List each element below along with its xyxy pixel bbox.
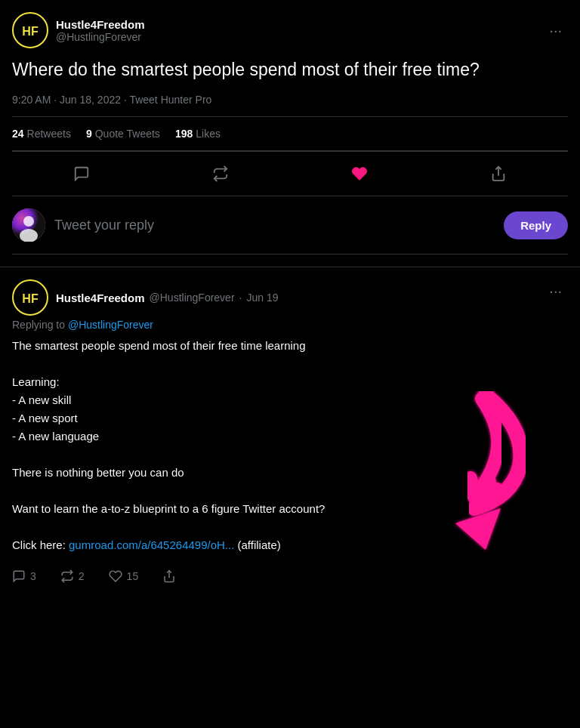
avatar[interactable]: HF	[12, 12, 48, 48]
retweets-stat[interactable]: 24 Retweets	[12, 128, 71, 140]
reply-retweet-count: 2	[79, 570, 85, 582]
retweets-count: 24	[12, 128, 24, 140]
quote-tweets-label: Quote Tweets	[95, 128, 160, 140]
user-info: Hustle4Freedom @HustlingForever	[56, 18, 145, 43]
reply-box: Tweet your reply Reply	[12, 196, 568, 254]
reply-more-options-icon[interactable]: ···	[543, 279, 568, 303]
like-button[interactable]	[342, 159, 377, 188]
reply-date: Jun 19	[246, 292, 278, 304]
reply-user-info: Hustle4Freedom @HustlingForever · Jun 19	[56, 292, 279, 304]
comment-button[interactable]	[64, 159, 99, 188]
reply-comment-count: 3	[30, 570, 36, 582]
tweet-header: HF Hustle4Freedom @HustlingForever ···	[12, 12, 568, 48]
reply-tweet-header-left: HF Hustle4Freedom @HustlingForever · Jun…	[12, 279, 279, 316]
replying-to: Replying to @HustlingForever	[12, 319, 568, 331]
tweet-header-left: HF Hustle4Freedom @HustlingForever	[12, 12, 145, 48]
affiliate-link[interactable]: gumroad.com/a/645264499/oH...	[69, 538, 234, 551]
reply-comment-icon	[12, 569, 26, 583]
reply-like-button[interactable]: 15	[109, 569, 139, 583]
tweet-stats: 24 Retweets 9 Quote Tweets 198 Likes	[12, 117, 568, 150]
reply-avatar-hf[interactable]: HF	[12, 279, 48, 316]
reply-display-name[interactable]: Hustle4Freedom	[56, 292, 145, 304]
tweet-text: Where do the smartest people spend most …	[12, 57, 568, 82]
retweets-label: Retweets	[27, 128, 71, 140]
reply-tweet-header: HF Hustle4Freedom @HustlingForever · Jun…	[12, 279, 568, 316]
reply-like-count: 15	[127, 570, 139, 582]
reply-input[interactable]: Tweet your reply	[54, 217, 495, 233]
reply-tweet-actions: 3 2 15	[12, 560, 568, 583]
svg-text:HF: HF	[22, 292, 39, 305]
likes-label: Likes	[196, 128, 221, 140]
reply-share-button[interactable]	[162, 569, 176, 583]
likes-stat[interactable]: 198 Likes	[175, 128, 221, 140]
reply-button[interactable]: Reply	[504, 211, 568, 239]
tweet-actions	[12, 151, 568, 196]
display-name[interactable]: Hustle4Freedom	[56, 18, 145, 31]
original-tweet: HF Hustle4Freedom @HustlingForever ··· W…	[0, 0, 580, 267]
reply-retweet-button[interactable]: 2	[60, 569, 85, 583]
tweet-meta: 9:20 AM · Jun 18, 2022 · Tweet Hunter Pr…	[12, 94, 568, 106]
more-options-icon[interactable]: ···	[543, 19, 568, 42]
reply-tweet-section: HF Hustle4Freedom @HustlingForever · Jun…	[0, 267, 580, 595]
reply-tweet: HF Hustle4Freedom @HustlingForever · Jun…	[0, 267, 580, 595]
quote-tweets-count: 9	[86, 128, 92, 140]
retweet-button[interactable]	[203, 159, 238, 188]
reply-comment-button[interactable]: 3	[12, 569, 36, 583]
like-icon	[351, 165, 368, 182]
share-icon	[490, 165, 507, 182]
share-button[interactable]	[481, 159, 516, 188]
likes-count: 198	[175, 128, 193, 140]
quote-tweets-stat[interactable]: 9 Quote Tweets	[86, 128, 160, 140]
reply-avatar	[12, 208, 45, 242]
reply-name-line: Hustle4Freedom @HustlingForever · Jun 19	[56, 292, 279, 304]
retweet-icon	[212, 165, 229, 182]
reply-tweet-body: The smartest people spend most of their …	[12, 337, 568, 554]
reply-retweet-icon	[60, 569, 74, 583]
username[interactable]: @HustlingForever	[56, 31, 145, 43]
replying-to-link[interactable]: @HustlingForever	[68, 319, 153, 331]
reply-like-icon	[109, 569, 122, 583]
reply-share-icon	[162, 569, 176, 583]
comment-icon	[73, 165, 90, 182]
reply-separator: ·	[239, 292, 242, 304]
svg-point-5	[23, 216, 34, 227]
reply-username[interactable]: @HustlingForever	[150, 292, 235, 304]
svg-text:HF: HF	[22, 24, 39, 38]
